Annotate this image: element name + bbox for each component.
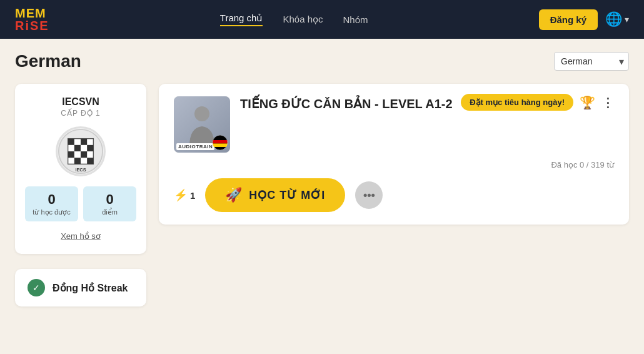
language-button[interactable]: 🌐 ▾ — [605, 11, 629, 28]
nav-links: Trang chủ Khóa học Nhóm — [220, 13, 368, 26]
stat-words-label: từ học được — [28, 208, 76, 216]
nav-khoa-hoc[interactable]: Khóa học — [283, 14, 323, 25]
rocket-icon: 🚀 — [225, 187, 243, 203]
stat-words: 0 từ học được — [25, 186, 78, 221]
logo-rise: RiSE — [15, 19, 49, 32]
streak-check-icon: ✓ — [28, 279, 45, 296]
avatar-image: IECS — [58, 128, 104, 175]
flag-badge — [213, 135, 228, 150]
svg-rect-9 — [87, 158, 93, 164]
course-header: AUDIOTRAIN — [174, 96, 614, 153]
nav-right: Đăng ký 🌐 ▾ — [539, 9, 629, 30]
learn-button[interactable]: 🚀 HỌC TỪ MỚI — [205, 178, 345, 212]
svg-rect-8 — [74, 158, 81, 164]
main-content: German German IECSVN CẤP ĐỘ 1 — [0, 39, 644, 319]
thumb-placeholder: AUDIOTRAIN — [174, 96, 230, 153]
streak-section: ✓ Đồng Hồ Streak — [15, 269, 146, 306]
nav-trang-chu[interactable]: Trang chủ — [220, 13, 263, 26]
svg-rect-13 — [213, 140, 228, 144]
right-panel: AUDIOTRAIN — [159, 84, 629, 225]
stat-words-value: 0 — [28, 191, 76, 208]
lightning-count: 1 — [190, 190, 195, 201]
lightning-icon: ⚡ — [174, 188, 188, 202]
svg-rect-4 — [74, 145, 81, 151]
course-info: TIẾNG ĐỨC CĂN BẢN - LEVEL A1-2 Đặt mục t… — [240, 96, 614, 116]
svg-text:IECS: IECS — [75, 167, 86, 173]
action-row: ⚡ 1 🚀 HỌC TỪ MỚI ••• — [174, 178, 614, 212]
page-header: German German — [15, 51, 629, 71]
stats-row: 0 từ học được 0 điểm — [25, 186, 136, 221]
course-thumbnail: AUDIOTRAIN — [174, 96, 230, 153]
user-level: CẤP ĐỘ 1 — [25, 109, 136, 118]
more-options-icon[interactable]: ⋮ — [601, 95, 614, 110]
streak-label: Đồng Hồ Streak — [53, 282, 128, 294]
lang-select[interactable]: German — [554, 52, 629, 71]
audio-badge: AUDIOTRAIN — [176, 143, 214, 150]
content-row: IECSVN CẤP ĐỘ 1 IECS — [15, 84, 629, 254]
lightning-badge: ⚡ 1 — [174, 188, 195, 202]
chevron-down-icon: ▾ — [625, 14, 629, 24]
learn-button-label: HỌC TỪ MỚI — [249, 188, 325, 202]
svg-rect-6 — [68, 151, 74, 158]
stat-points-label: điểm — [86, 208, 134, 216]
navigation: MEM RiSE Trang chủ Khóa học Nhóm Đăng ký… — [0, 0, 644, 39]
svg-point-11 — [194, 106, 209, 121]
lang-select-wrapper: German — [554, 52, 629, 71]
avatar: IECS — [56, 126, 106, 176]
dots-icon: ••• — [363, 189, 375, 202]
trophy-icon[interactable]: 🏆 — [580, 95, 595, 110]
logo-mem: MEM — [15, 7, 49, 19]
svg-rect-14 — [213, 144, 228, 148]
flag-icon — [213, 135, 228, 150]
svg-rect-3 — [81, 139, 87, 145]
globe-icon: 🌐 — [605, 11, 622, 28]
svg-rect-2 — [68, 139, 74, 145]
left-panel: IECSVN CẤP ĐỘ 1 IECS — [15, 84, 146, 254]
more-circle-button[interactable]: ••• — [355, 181, 383, 209]
goal-button[interactable]: Đặt mục tiêu hàng ngày! — [461, 94, 573, 111]
svg-rect-5 — [87, 145, 93, 151]
stat-points-value: 0 — [86, 191, 134, 208]
nav-nhom[interactable]: Nhóm — [343, 14, 368, 25]
logo: MEM RiSE — [15, 7, 49, 32]
page-title: German — [15, 51, 81, 71]
profile-link[interactable]: Xem hồ sơ — [61, 231, 101, 241]
dangky-button[interactable]: Đăng ký — [539, 9, 598, 30]
progress-text: Đã học 0 / 319 từ — [174, 160, 614, 169]
course-title: TIẾNG ĐỨC CĂN BẢN - LEVEL A1-2 — [240, 96, 453, 111]
svg-rect-7 — [81, 151, 87, 158]
course-actions: Đặt mục tiêu hàng ngày! 🏆 ⋮ — [461, 94, 614, 111]
username: IECSVN — [25, 96, 136, 108]
stat-points: 0 điểm — [83, 186, 136, 221]
